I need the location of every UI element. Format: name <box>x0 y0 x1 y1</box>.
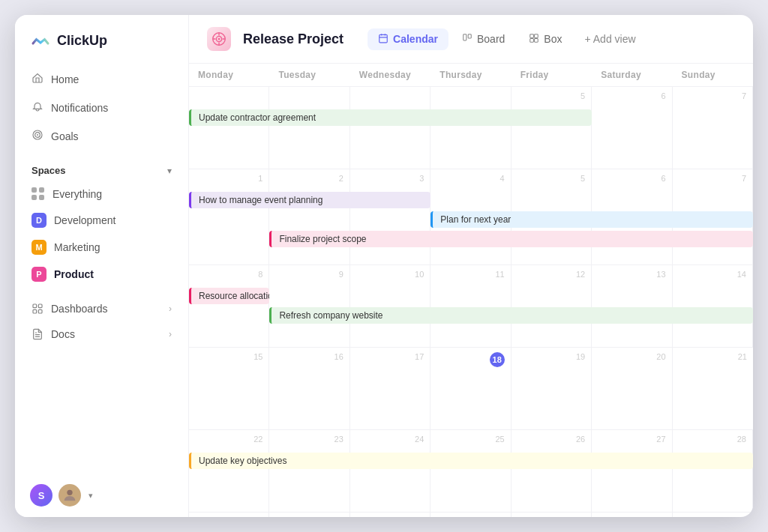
tab-box[interactable]: Box <box>518 28 572 50</box>
cell-date-w2-d1: 9 <box>339 270 344 279</box>
cell-date-w1-d5: 6 <box>661 174 665 183</box>
cell-date-w2-d2: 10 <box>415 270 424 279</box>
event-w1-e1[interactable]: Plan for next year <box>430 211 753 228</box>
cal-cell-w0-d2[interactable] <box>350 87 430 169</box>
cal-cell-w4-d5[interactable]: 27 <box>592 430 672 513</box>
sidebar-marketing-label: Marketing <box>54 241 100 253</box>
cell-date-w0-d6: 7 <box>742 91 746 100</box>
cal-cell-w4-d6[interactable]: 28 <box>673 430 753 513</box>
board-tab-label: Board <box>477 33 505 45</box>
cell-date-w1-d6: 7 <box>742 174 746 183</box>
sidebar: ClickUp Home Notifications Goals <box>15 15 189 517</box>
calendar-week-0: 567Update contractor agreement <box>189 87 753 169</box>
cal-cell-w3-d5[interactable]: 20 <box>592 348 672 430</box>
cal-cell-w0-d5[interactable]: 6 <box>592 87 672 169</box>
home-icon <box>32 72 44 87</box>
sidebar-item-home[interactable]: Home <box>22 66 181 93</box>
cal-cell-w0-d1[interactable] <box>269 87 350 169</box>
cal-cell-w3-d2[interactable]: 17 <box>350 348 430 430</box>
event-w2-e0[interactable]: Resource allocation <box>189 288 269 304</box>
cal-cell-w2-d1[interactable]: 9 <box>269 265 350 348</box>
event-w0-e0[interactable]: Update contractor agreement <box>189 109 592 126</box>
cal-cell-w5-d3[interactable]: 1 <box>430 513 511 517</box>
cell-date-w3-d3: 18 <box>490 352 505 367</box>
cal-cell-w1-d0[interactable]: 1 <box>189 169 269 265</box>
calendar-tab-label: Calendar <box>393 33 438 45</box>
cal-cell-w5-d0[interactable]: 29 <box>189 513 269 517</box>
tab-calendar[interactable]: Calendar <box>368 28 448 50</box>
cal-cell-w1-d1[interactable]: 2 <box>269 169 350 265</box>
avatar-s[interactable]: S <box>30 484 52 507</box>
event-w1-e0[interactable]: How to manage event planning <box>189 192 430 208</box>
sidebar-item-marketing[interactable]: M Marketing <box>22 235 181 260</box>
cal-cell-w4-d1[interactable]: 23 <box>269 430 350 513</box>
calendar-week-1: 1234567How to manage event planningPlan … <box>189 169 753 265</box>
logo[interactable]: ClickUp <box>15 30 188 66</box>
product-badge: P <box>32 267 46 282</box>
cal-cell-w3-d4[interactable]: 19 <box>512 348 592 430</box>
cal-cell-w4-d2[interactable]: 24 <box>350 430 430 513</box>
footer-chevron-icon[interactable]: ▾ <box>88 491 93 501</box>
cal-cell-w2-d6[interactable]: 14 <box>673 265 753 348</box>
calendar-wrapper: Monday Tuesday Wednesday Thursday Friday… <box>189 64 753 517</box>
cal-cell-w2-d2[interactable]: 10 <box>350 265 430 348</box>
spaces-header[interactable]: Spaces ▾ <box>22 162 181 179</box>
cell-date-w3-d0: 15 <box>254 352 262 361</box>
cal-cell-w3-d6[interactable]: 21 <box>673 348 753 430</box>
event-w2-e1[interactable]: Refresh company website <box>269 307 753 324</box>
cal-header-monday: Monday <box>189 64 269 86</box>
svg-rect-3 <box>33 304 37 308</box>
sidebar-everything-label: Everything <box>52 188 102 200</box>
cal-header-friday: Friday <box>512 64 592 86</box>
sidebar-development-label: Development <box>54 214 116 226</box>
everything-icon <box>32 187 45 201</box>
cal-cell-w2-d0[interactable]: 8 <box>189 265 269 348</box>
space-items: Everything D Development M Marketing P P… <box>15 182 188 287</box>
svg-rect-24 <box>535 38 538 42</box>
cal-cell-w0-d3[interactable] <box>430 87 511 169</box>
sidebar-item-everything[interactable]: Everything <box>22 182 181 206</box>
cal-cell-w0-d6[interactable]: 7 <box>673 87 753 169</box>
cal-cell-w3-d1[interactable]: 16 <box>269 348 350 430</box>
avatar-user[interactable] <box>58 484 81 507</box>
cal-cell-w5-d1[interactable]: 30 <box>269 513 350 517</box>
cal-cell-w2-d5[interactable]: 13 <box>592 265 672 348</box>
cal-cell-w4-d0[interactable]: 22 <box>189 430 269 513</box>
calendar-header-row: Monday Tuesday Wednesday Thursday Friday… <box>189 64 753 87</box>
cal-cell-w2-d4[interactable]: 12 <box>512 265 592 348</box>
cal-cell-w5-d2[interactable]: 31 <box>350 513 430 517</box>
cell-date-w1-d4: 5 <box>580 174 585 183</box>
event-w4-e0[interactable]: Update key objectives <box>189 453 753 469</box>
sidebar-item-dashboards[interactable]: Dashboards › <box>22 296 181 321</box>
cal-cell-w0-d0[interactable] <box>189 87 269 169</box>
event-w1-e2[interactable]: Finalize project scope <box>269 231 753 247</box>
docs-label: Docs <box>51 328 75 340</box>
sidebar-item-docs[interactable]: Docs › <box>22 321 181 347</box>
calendar-week-5: 2930311234 <box>189 513 753 517</box>
cell-date-w1-d3: 4 <box>500 174 505 183</box>
cell-date-w2-d6: 14 <box>737 270 746 279</box>
cal-cell-w5-d4[interactable]: 2 <box>512 513 592 517</box>
sidebar-item-notifications[interactable]: Notifications <box>22 94 181 121</box>
cal-cell-w5-d6[interactable]: 4 <box>673 513 753 517</box>
cal-cell-w1-d2[interactable]: 3 <box>350 169 430 265</box>
cal-cell-w2-d3[interactable]: 11 <box>430 265 511 348</box>
calendar-week-2: 891011121314Resource allocationRefresh c… <box>189 265 753 348</box>
cal-cell-w4-d4[interactable]: 26 <box>512 430 592 513</box>
cal-cell-w3-d0[interactable]: 15 <box>189 348 269 430</box>
cal-header-tuesday: Tuesday <box>269 64 350 86</box>
sidebar-home-label: Home <box>51 73 79 85</box>
cal-cell-w4-d3[interactable]: 25 <box>430 430 511 513</box>
add-view-button[interactable]: + Add view <box>575 28 644 49</box>
cal-cell-w3-d3[interactable]: 18 <box>430 348 511 430</box>
sidebar-item-goals[interactable]: Goals <box>22 123 181 150</box>
tab-board[interactable]: Board <box>452 28 515 50</box>
sidebar-item-product[interactable]: P Product <box>22 262 181 287</box>
cal-cell-w5-d5[interactable]: 3 <box>592 513 672 517</box>
sidebar-nav: Home Notifications Goals <box>15 66 188 150</box>
cal-cell-w0-d4[interactable]: 5 <box>512 87 592 169</box>
sidebar-item-development[interactable]: D Development <box>22 208 181 233</box>
top-bar: Release Project Calendar Board <box>189 15 753 64</box>
cell-date-w4-d1: 23 <box>334 435 344 444</box>
board-tab-icon <box>462 33 472 46</box>
